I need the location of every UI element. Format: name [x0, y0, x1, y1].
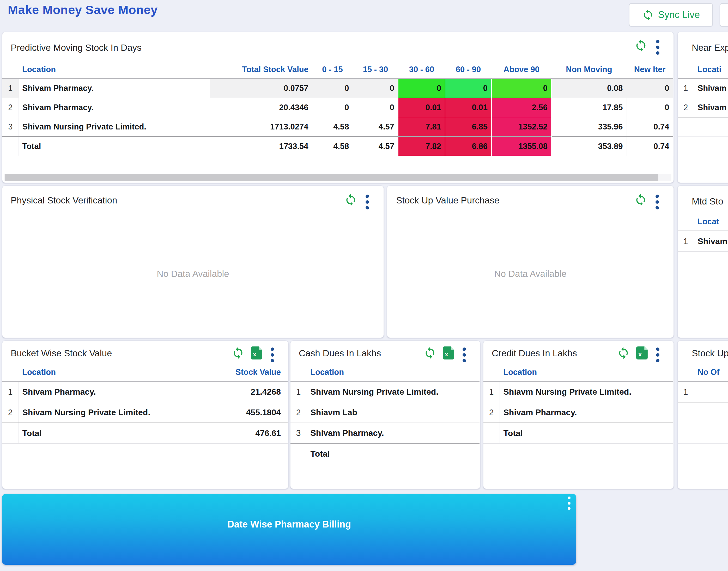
- column-header[interactable]: Location: [18, 363, 210, 381]
- cell: 20.4346: [210, 98, 312, 117]
- refresh-icon[interactable]: [634, 194, 647, 207]
- cell: 4.58: [312, 117, 353, 137]
- column-header[interactable]: Stock Value: [210, 363, 284, 381]
- cell: Total: [694, 402, 728, 423]
- column-header[interactable]: Total Stock Value: [210, 61, 312, 79]
- kebab-menu-icon[interactable]: [269, 346, 276, 363]
- table-row[interactable]: 1Shivam: [678, 79, 728, 98]
- cell: 2: [2, 402, 18, 423]
- scrollbar-thumb[interactable]: [5, 174, 658, 181]
- table-row[interactable]: 1Shivam: [678, 231, 728, 252]
- empty-row: [483, 444, 673, 464]
- column-header[interactable]: Location: [307, 363, 479, 381]
- cell: 2: [2, 98, 18, 117]
- total-row: Total: [483, 423, 673, 444]
- table-row[interactable]: 3Shivam Nursing Private Limited.1713.027…: [2, 117, 673, 137]
- kebab-menu-icon[interactable]: [654, 194, 660, 211]
- excel-export-icon[interactable]: x: [443, 346, 455, 359]
- table-row[interactable]: 2Shivam Nursing Private Limited.455.1804: [2, 402, 288, 423]
- table-row[interactable]: 2Shivam: [678, 98, 728, 117]
- column-header[interactable]: 0 - 15: [312, 61, 353, 79]
- table-row[interactable]: 1Shivam Pharmacy.0.0757000000.080: [2, 79, 673, 98]
- cell: 1: [483, 381, 499, 402]
- total-row: Total: [678, 117, 728, 137]
- cell: 0: [312, 79, 353, 98]
- panel-stock-up-value-purchase: Stock Up Value Purchase No Data Availabl…: [387, 186, 674, 338]
- total-row: Total476.61: [2, 423, 288, 444]
- kebab-menu-icon[interactable]: [654, 346, 661, 363]
- column-header[interactable]: [284, 363, 288, 381]
- kebab-menu-icon[interactable]: [566, 495, 572, 511]
- refresh-icon[interactable]: [344, 194, 357, 207]
- column-header[interactable]: [483, 363, 499, 381]
- cell: 455.1804: [210, 402, 284, 423]
- cell: 2.56: [491, 98, 551, 117]
- secondary-button-partial[interactable]: [720, 3, 728, 26]
- cell: Shivam Nursing Private Limited.: [18, 117, 210, 137]
- cell: 3: [2, 117, 18, 137]
- cell: 1733.54: [210, 136, 312, 156]
- horizontal-scrollbar[interactable]: [4, 174, 671, 181]
- cell: [678, 117, 694, 137]
- column-header[interactable]: Locati: [694, 61, 728, 79]
- column-header[interactable]: Non Moving: [551, 61, 627, 79]
- column-header[interactable]: [2, 363, 18, 381]
- panel-title: Stock Up: [692, 348, 728, 358]
- table-header-row: LocationTotal Stock Value0 - 1515 - 3030…: [2, 61, 673, 79]
- cell: 0.74: [627, 117, 673, 137]
- column-header[interactable]: No Of: [694, 363, 728, 381]
- column-header[interactable]: [2, 61, 18, 79]
- table-row[interactable]: 1Shiavm Nursing Private Limited.: [483, 381, 673, 402]
- column-header[interactable]: Locat: [694, 213, 728, 231]
- table-row[interactable]: 3Shivam Pharmacy.: [290, 423, 479, 444]
- excel-export-icon[interactable]: x: [636, 346, 648, 359]
- table-row[interactable]: 1Shivam Pharmacy.21.4268: [2, 381, 288, 402]
- column-header[interactable]: New Iter: [627, 61, 673, 79]
- column-header[interactable]: Location: [499, 363, 673, 381]
- table-row[interactable]: 2Shiavm Lab: [290, 402, 479, 423]
- panel-title: Cash Dues In Lakhs: [299, 348, 381, 358]
- column-header[interactable]: Location: [18, 61, 210, 79]
- sync-live-button[interactable]: Sync Live: [629, 3, 713, 26]
- column-header[interactable]: [678, 61, 694, 79]
- cell: 17.85: [551, 98, 627, 117]
- refresh-icon[interactable]: [232, 346, 245, 359]
- mtd-stock-table: Locat1Shivam: [678, 213, 728, 252]
- column-header[interactable]: 30 - 60: [398, 61, 445, 79]
- cell: [2, 136, 18, 156]
- kebab-menu-icon[interactable]: [654, 39, 661, 56]
- kebab-menu-icon[interactable]: [461, 346, 467, 363]
- refresh-icon[interactable]: [634, 39, 648, 52]
- column-header[interactable]: 60 - 90: [445, 61, 491, 79]
- column-header[interactable]: Above 90: [491, 61, 551, 79]
- cell: [290, 443, 307, 464]
- excel-export-icon[interactable]: x: [251, 346, 263, 359]
- cell: Total: [18, 136, 210, 156]
- panel-stock-up-cut: Stock Up No Of1Total: [677, 340, 728, 489]
- column-header[interactable]: 15 - 30: [353, 61, 398, 79]
- panel-mtd-stock: Mtd Sto Locat1Shivam: [677, 186, 728, 338]
- date-wise-pharmacy-billing-card[interactable]: Date Wise Pharmacy Billing: [2, 494, 576, 565]
- table-header-row: Location: [483, 363, 673, 381]
- panel-title: Predictive Moving Stock In Days: [11, 42, 142, 53]
- kebab-menu-icon[interactable]: [364, 194, 370, 211]
- cell: 0: [627, 98, 673, 117]
- column-header[interactable]: [678, 363, 694, 381]
- column-header[interactable]: [678, 213, 694, 231]
- cell: 3: [290, 423, 307, 444]
- cell: [284, 381, 288, 402]
- total-row: Total1733.544.584.577.826.861355.08353.8…: [2, 136, 673, 156]
- cell: 1: [678, 381, 694, 402]
- table-row[interactable]: 1: [678, 381, 728, 402]
- refresh-icon[interactable]: [617, 346, 630, 359]
- table-row[interactable]: 1Shivam Nursing Private Limited.: [290, 381, 479, 402]
- table-row[interactable]: 2Shivam Pharmacy.20.4346000.010.012.5617…: [2, 98, 673, 117]
- cell: 0.01: [445, 98, 491, 117]
- table-row[interactable]: 2Shivam Pharmacy.: [483, 402, 673, 423]
- refresh-icon[interactable]: [424, 346, 437, 359]
- panel-near-expiry: Near Exp Locati1Shivam2ShivamTotal: [677, 32, 728, 183]
- cell: Shiavm Nursing Private Limited.: [499, 381, 673, 402]
- column-header[interactable]: [290, 363, 307, 381]
- cell: Shiavm Lab: [307, 402, 479, 423]
- near-expiry-table: Locati1Shivam2ShivamTotal: [678, 61, 728, 137]
